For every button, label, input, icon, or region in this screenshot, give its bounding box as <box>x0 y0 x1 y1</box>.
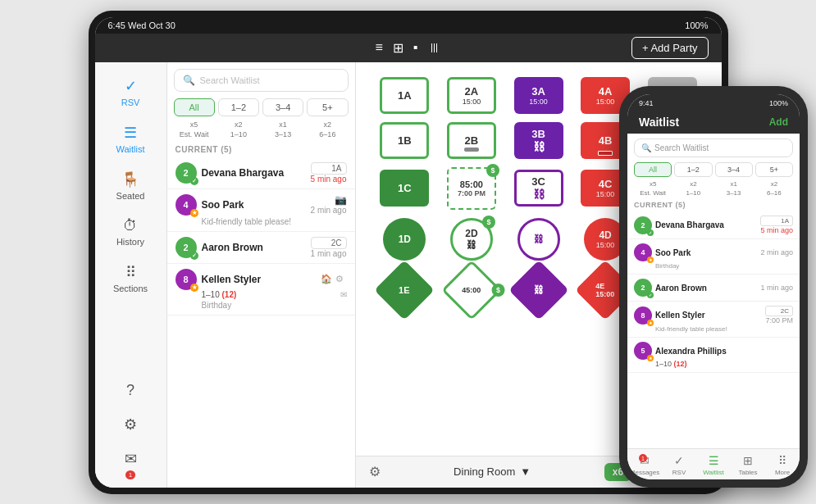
map-settings-icon[interactable]: ⚙ <box>369 464 381 479</box>
list-item[interactable]: 5★ Alexandra Phillips 1–10 (12) <box>627 338 800 373</box>
table-2d[interactable]: $ 2D⛓ <box>450 218 493 261</box>
sidebar-item-settings[interactable]: ⚙ <box>95 407 166 442</box>
tables-nav-icon: ⊞ <box>743 454 753 467</box>
phone-filter-34[interactable]: 3–4 <box>715 162 753 177</box>
check-icon: ✓ <box>647 292 654 298</box>
wait-range: 1–10 (12) <box>655 360 687 368</box>
search-placeholder: Search Waitlist <box>200 75 260 85</box>
table-tag: 2C <box>765 306 793 316</box>
table-3b[interactable]: 3B⛓ <box>514 122 563 159</box>
table-1b[interactable]: 1B <box>380 122 429 159</box>
sidebar: ✓ RSV ☰ Waitlist 🪑 Seated ⏱ History ⠿ <box>95 62 167 488</box>
room-select[interactable]: Dining Room ▼ <box>389 465 596 478</box>
list-item[interactable]: 4 ★ Soo Park 📷 2 min ago Kid-friendly ta… <box>167 189 355 232</box>
filter-tab-5plus[interactable]: 5+ <box>307 98 348 116</box>
list-item[interactable]: 2 ✓ Aaron Brown 2C 1 min ago <box>167 232 355 264</box>
table-3d[interactable]: ⛓ <box>517 218 560 261</box>
phone-filter-all[interactable]: All <box>634 162 672 177</box>
time-ago: 7:00 PM <box>765 316 793 325</box>
phone-nav-messages[interactable]: ✉ 1 Messages <box>627 454 662 476</box>
table-3e[interactable]: ⛓ <box>508 260 569 320</box>
time-ago: 5 min ago <box>311 175 347 184</box>
table-2e[interactable]: $ 45:00 <box>441 260 502 320</box>
star-icon: ★ <box>647 320 654 326</box>
phone-waitlist-items: 2✓ Devana Bhargava 1A 5 min ago 4★ <box>627 211 800 448</box>
sidebar-item-sections[interactable]: ⠿ Sections <box>95 255 166 302</box>
phone-nav-waitlist[interactable]: ☰ Waitlist <box>696 454 731 476</box>
s-badge: $ <box>482 216 495 229</box>
nav-label-tables: Tables <box>738 469 757 476</box>
table-3a[interactable]: 3A15:00 <box>514 77 563 114</box>
phone-filter-12[interactable]: 1–2 <box>674 162 712 177</box>
note-text: Birthday <box>634 262 793 270</box>
waitlist-nav-icon: ☰ <box>709 454 719 467</box>
party-name: Soo Park <box>655 248 757 257</box>
help-icon: ? <box>126 382 134 399</box>
seated-icon: 🪑 <box>121 170 139 188</box>
check-icon: ✓ <box>190 177 198 185</box>
phone-add-button[interactable]: Add <box>769 116 788 128</box>
table-1d[interactable]: 1D <box>383 218 426 261</box>
rsv-nav-icon: ✓ <box>674 454 684 467</box>
sidebar-item-messages[interactable]: ✉ 1 <box>95 442 166 488</box>
grid-icon[interactable]: ⊞ <box>393 40 403 56</box>
phone-nav-rsv[interactable]: ✓ RSV <box>662 454 696 476</box>
filter-tab-all[interactable]: All <box>174 98 215 116</box>
party-name: Kellen Styler <box>202 274 316 285</box>
list-item[interactable]: 8★ Kellen Styler 2C 7:00 PM Kid-friendly… <box>627 302 800 338</box>
party-badge: 2✓ <box>634 279 652 297</box>
square-icon[interactable]: ▪ <box>413 40 418 55</box>
sidebar-item-history[interactable]: ⏱ History <box>95 209 166 255</box>
sidebar-item-rsv[interactable]: ✓ RSV <box>95 69 166 116</box>
phone-filter-5plus[interactable]: 5+ <box>755 162 793 177</box>
tablet-status-bar: 6:45 Wed Oct 30 100% <box>95 17 722 34</box>
party-badge: 2 ✓ <box>176 162 197 184</box>
list-item[interactable]: 2✓ Aaron Brown 1 min ago <box>627 275 800 302</box>
party-badge: 8★ <box>634 306 652 325</box>
star-icon: ★ <box>190 284 198 292</box>
list-item[interactable]: 8 ★ Kellen Styler 🏠 ⚙ 1–10 (12) <box>167 264 355 316</box>
table-1a[interactable]: 1A <box>380 77 429 114</box>
party-badge: 5★ <box>634 342 652 360</box>
sidebar-item-waitlist[interactable]: ☰ Waitlist <box>95 116 166 162</box>
filter-tab-34[interactable]: 3–4 <box>262 98 303 116</box>
phone-filter-stats: x5Est. Wait x21–10 x13–13 x26–16 <box>627 179 800 198</box>
stat-all: x5Est. Wait <box>174 120 215 140</box>
table-2c[interactable]: $ 85:00 7:00 PM <box>447 167 496 210</box>
s-badge: $ <box>491 284 504 297</box>
table-1c[interactable]: 1C <box>380 170 429 207</box>
filter-stats: x5Est. Wait x21–10 x13–13 x26–16 <box>167 120 355 140</box>
columns-icon[interactable]: ⫼ <box>428 40 441 55</box>
phone-stat-34: x13–13 <box>715 179 753 198</box>
phone-stat-all: x5Est. Wait <box>634 179 672 198</box>
table-tag: 1A <box>311 162 347 175</box>
party-name: Aaron Brown <box>202 242 306 253</box>
waitlist-icon: ☰ <box>124 124 137 142</box>
table-2b[interactable]: 2B <box>447 122 496 159</box>
party-name: Aaron Brown <box>655 284 757 293</box>
search-box[interactable]: 🔍 Search Waitlist <box>174 69 349 92</box>
filter-tab-12[interactable]: 1–2 <box>218 98 259 116</box>
add-party-button[interactable]: + Add Party <box>631 37 709 59</box>
party-name: Kellen Styler <box>655 311 762 320</box>
list-item[interactable]: 4★ Soo Park 2 min ago Birthday <box>627 239 800 275</box>
rsv-icon: ✓ <box>125 77 137 95</box>
table-1e[interactable]: 1E <box>375 260 435 320</box>
phone-nav-more[interactable]: ⠿ More <box>765 454 800 476</box>
time-ago: 2 min ago <box>311 206 347 215</box>
list-item[interactable]: 2 ✓ Devana Bhargava 1A 5 min ago <box>167 157 355 189</box>
history-icon: ⏱ <box>123 217 138 234</box>
phone-nav-tables[interactable]: ⊞ Tables <box>731 454 765 476</box>
list-item[interactable]: 2✓ Devana Bhargava 1A 5 min ago <box>627 211 800 239</box>
menu-icon[interactable]: ≡ <box>375 40 382 55</box>
party-badge: 2✓ <box>634 216 652 234</box>
time-ago: 1 min ago <box>760 284 793 292</box>
table-3c[interactable]: 3C⛓ <box>514 170 563 207</box>
phone-search[interactable]: 🔍 Search Waitlist <box>634 138 793 157</box>
table-2a[interactable]: 2A15:00 <box>447 77 496 114</box>
sidebar-item-seated[interactable]: 🪑 Seated <box>95 162 166 209</box>
chevron-down-icon: ▼ <box>520 465 531 478</box>
party-name: Devana Bhargava <box>655 220 757 229</box>
party-name: Soo Park <box>202 199 306 211</box>
sidebar-item-help[interactable]: ? <box>95 374 166 407</box>
